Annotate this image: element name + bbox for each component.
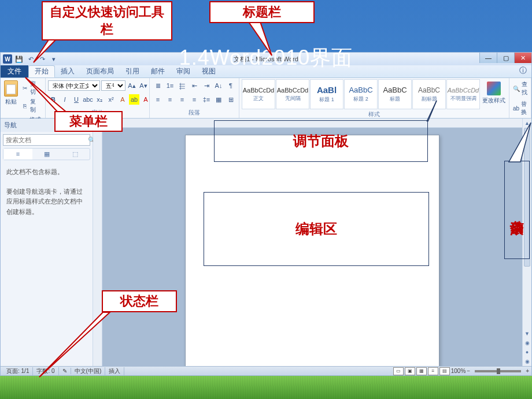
style-heading2[interactable]: AaBbC标题 2 [344, 79, 378, 109]
strike-button[interactable]: abc [83, 94, 93, 105]
svg-marker-3 [39, 312, 110, 377]
callout-titlebar-text: 标题栏 [243, 3, 281, 21]
decrease-indent-button[interactable]: ⇤ [189, 80, 200, 91]
text-effects-button[interactable]: A [117, 94, 128, 105]
callout-palette-text: 调节面板 [293, 132, 349, 150]
style-heading1[interactable]: AaBl标题 1 [310, 79, 343, 109]
replace-icon: ab [513, 105, 519, 112]
change-styles-button[interactable]: 更改样式 [481, 79, 507, 107]
align-left-button[interactable]: ≡ [152, 94, 164, 105]
svg-marker-1 [249, 22, 272, 56]
find-icon: 🔍 [513, 85, 520, 92]
borders-button[interactable]: ⊞ [225, 94, 237, 105]
callout-statusbar-text: 状态栏 [120, 293, 158, 310]
line-spacing-button[interactable]: ‡≡ [201, 94, 212, 105]
view-draft[interactable]: ▤ [439, 367, 450, 375]
styles-gallery[interactable]: AaBbCcDd正文 AaBbCcDd无间隔 AaBl标题 1 AaBbC标题 … [242, 79, 480, 110]
nav-title-text: 导航 [4, 121, 17, 130]
increase-indent-button[interactable]: ⇥ [201, 80, 212, 91]
change-styles-label: 更改样式 [482, 97, 505, 105]
shading-button[interactable]: ▦ [213, 94, 224, 105]
view-print-layout[interactable]: ▭ [393, 367, 404, 375]
view-full-screen[interactable]: ▣ [405, 367, 415, 375]
style-no-spacing[interactable]: AaBbCcDd无间隔 [276, 79, 309, 109]
find-label: 查找 [522, 80, 527, 97]
grow-font-button[interactable]: A▴ [127, 80, 137, 91]
zoom-level[interactable]: 100% [451, 368, 466, 374]
callout-palette: 调节面板 [214, 120, 428, 162]
paste-label: 粘贴 [5, 98, 17, 106]
nav-search: 🔍 [3, 134, 90, 146]
zoom-slider[interactable] [475, 370, 521, 372]
group-styles: AaBbCcDd正文 AaBbCcDd无间隔 AaBl标题 1 AaBbC标题 … [239, 78, 509, 118]
change-styles-icon [487, 82, 501, 95]
zoom-in-button[interactable]: + [526, 368, 529, 374]
subscript-button[interactable]: x₂ [94, 94, 105, 105]
paste-icon [4, 80, 18, 97]
numbering-button[interactable]: 1≡ [164, 80, 176, 91]
callout-titlebar: 标题栏 [209, 1, 315, 23]
sort-button[interactable]: A↓ [213, 80, 224, 91]
callout-menubar: 菜单栏 [54, 111, 123, 132]
shrink-font-button[interactable]: A▾ [138, 80, 149, 91]
prev-page-button[interactable]: ◉ [523, 338, 531, 348]
style-subtle-emphasis[interactable]: AaBbCcDd不明显强调 [446, 79, 480, 109]
nav-msg1: 此文档不包含标题。 [1, 162, 93, 182]
nav-tabs: ≡ ▦ ⬚ [3, 148, 90, 160]
nav-tab-results[interactable]: ⬚ [61, 149, 90, 160]
svg-line-5 [427, 101, 437, 121]
svg-marker-2 [25, 77, 66, 112]
font-size-select[interactable]: 五号 [101, 80, 125, 91]
find-button[interactable]: 🔍查找 [512, 79, 529, 98]
replace-button[interactable]: ab替换 [512, 99, 529, 117]
zoom-slider-thumb[interactable] [497, 368, 500, 374]
callout-editor-text: 编辑区 [295, 220, 337, 238]
underline-button[interactable]: U [71, 94, 82, 105]
nav-msg2: 要创建导航选项卡，请通过应用标题样式在您的文档中创建标题。 [1, 182, 93, 222]
zoom-out-button[interactable]: − [467, 368, 470, 374]
group-paragraph-label: 段落 [152, 109, 237, 118]
bullets-button[interactable]: ≣ [152, 80, 164, 91]
callout-scrollbar: 滚动条 [504, 161, 530, 259]
nav-tab-pages[interactable]: ▦ [32, 149, 61, 160]
style-normal[interactable]: AaBbCcDd正文 [242, 79, 275, 109]
replace-label: 替换 [521, 100, 527, 116]
callout-qat-text: 自定义快速访问工具栏 [49, 3, 165, 38]
view-web-layout[interactable]: ▦ [416, 367, 427, 375]
justify-button[interactable]: ≡ [189, 94, 200, 105]
align-center-button[interactable]: ≡ [164, 94, 176, 105]
group-editing: 🔍查找 ab替换 ⬚选择 编辑 [509, 78, 531, 118]
show-marks-button[interactable]: ¶ [225, 80, 237, 91]
multilevel-button[interactable]: ⬱ [176, 80, 188, 91]
group-paragraph: ≣ 1≡ ⬱ ⇤ ⇥ A↓ ¶ ≡ ≡ ≡ ≡ ‡≡ ▦ ⊞ [150, 78, 239, 118]
view-outline[interactable]: ≡ [428, 367, 438, 375]
callout-statusbar: 状态栏 [102, 290, 177, 312]
paste-button[interactable]: 粘贴 [3, 79, 19, 107]
callout-qat: 自定义快速访问工具栏 [42, 1, 172, 40]
browse-object-button[interactable]: ● [523, 348, 531, 357]
highlight-button[interactable]: ab [129, 94, 139, 105]
next-page-button[interactable]: ◉ [523, 357, 531, 366]
svg-marker-6 [509, 123, 531, 162]
nav-tab-headings[interactable]: ≡ [3, 149, 32, 160]
callout-menubar-text: 菜单栏 [69, 113, 108, 130]
nav-search-input[interactable] [3, 135, 88, 145]
align-right-button[interactable]: ≡ [176, 94, 188, 105]
superscript-button[interactable]: x² [106, 94, 116, 105]
callout-editor: 编辑区 [204, 192, 429, 266]
scroll-down-button[interactable]: ▼ [523, 329, 531, 338]
status-page[interactable]: 页面: 1/1 [3, 367, 33, 375]
